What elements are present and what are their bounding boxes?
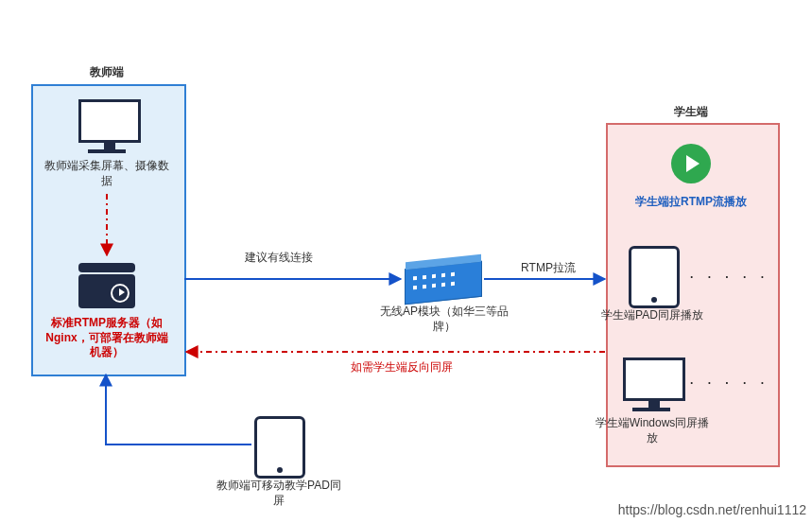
reverse-mirror-label: 如需学生端反向同屏 <box>317 359 487 375</box>
diagram-canvas: 教师端 学生端 教师端采集屏幕、摄像数据 标准RTMP服务器（如Nginx，可部… <box>0 0 812 523</box>
rtmp-server-label: 标准RTMP服务器（如Nginx，可部署在教师端机器） <box>41 316 173 360</box>
teacher-pad-label: 教师端可移动教学PAD同屏 <box>213 479 345 508</box>
switch-icon <box>405 261 482 305</box>
student-monitor-icon <box>623 357 685 401</box>
watermark: https://blog.csdn.net/renhui1112 <box>618 502 806 517</box>
student-windows-label: 学生端Windows同屏播放 <box>591 416 714 445</box>
student-pull-play-label: 学生端拉RTMP流播放 <box>625 195 757 210</box>
student-pad-label: 学生端PAD同屏播放 <box>591 308 714 323</box>
play-icon <box>671 144 711 183</box>
monitor-icon <box>78 99 141 143</box>
teacher-box-title: 教师端 <box>31 64 182 80</box>
monitor-base-icon <box>88 149 126 153</box>
rtmp-pull-label: RTMP拉流 <box>501 260 596 276</box>
dots-row-2: · · · · · <box>690 376 769 390</box>
student-box-title: 学生端 <box>606 104 776 120</box>
wired-advice-label: 建议有线连接 <box>213 250 345 266</box>
teacher-capture-label: 教师端采集屏幕、摄像数据 <box>41 159 173 188</box>
dots-row-1: · · · · · <box>690 270 769 284</box>
student-monitor-base-icon <box>632 408 670 411</box>
ap-module-label: 无线AP模块（如华三等品牌） <box>378 305 510 334</box>
server-icon <box>78 274 135 308</box>
tablet-icon <box>629 246 680 308</box>
teacher-tablet-icon <box>254 416 305 479</box>
